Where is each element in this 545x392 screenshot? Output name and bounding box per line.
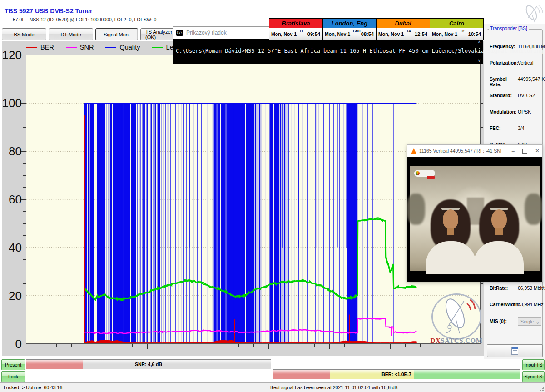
clock-city-header: Dubai — [377, 19, 430, 28]
clock-cairo: Cairo Mon, Nov 1 +2 10:54 — [430, 19, 483, 40]
bs-mode-button[interactable]: BS Mode — [2, 28, 46, 40]
y-tick-80: 80 — [1, 144, 22, 158]
app-window: TBS 5927 USB DVB-S2 Tuner 57.0E - NSS 12… — [0, 0, 545, 392]
status-bar: Locked -> Uptime: 60:43:16 Best signal h… — [0, 382, 545, 392]
signal-mon-button[interactable]: Signal Mon. — [95, 28, 138, 40]
clock-date: Mon, Nov 1 — [271, 31, 297, 37]
transponder-group-title: Transponder [BS] — [489, 25, 529, 31]
clock-date: Mon, Nov 1 — [325, 31, 350, 37]
vlc-window-controls: – ✕ — [512, 145, 540, 157]
y-tick-60: 60 — [1, 193, 22, 206]
clock-city-header: Cairo — [430, 19, 483, 28]
cmd-icon: C:\ — [176, 30, 183, 36]
clock-timezone: +4 — [406, 29, 411, 33]
cmd-text-line: C:\Users\Roman Dávid>NSS 12-57°E_East Af… — [176, 48, 545, 54]
input-ts-button[interactable]: Input TS — [522, 359, 545, 370]
page-title: TBS 5927 USB DVB-S2 Tuner — [5, 7, 92, 15]
lock-status-text: Locked -> Uptime: 60:43:16 — [4, 385, 62, 390]
snr-line-swatch — [66, 47, 77, 48]
video-person-right — [472, 199, 525, 271]
clock-time: 08:54 — [361, 31, 374, 37]
legend-item-ber: BER — [26, 44, 54, 51]
watermark-dish-icon — [430, 293, 483, 339]
snr-bar: SNR: 4,6 dB — [26, 359, 271, 369]
field-symbol-rate: Symbol Rate: 44995,547 KS/s — [490, 76, 542, 87]
report-button[interactable] — [487, 344, 543, 357]
channel-logo — [414, 170, 435, 177]
clock-date: Mon, Nov 1 — [378, 31, 404, 37]
video-frame — [410, 166, 540, 271]
field-carrier-width: CarrierWidth: 53,994 MHz — [490, 302, 542, 307]
dxsatcs-watermark: DXSATCS.COM — [430, 293, 483, 347]
vlc-titlebar[interactable]: 11165 Vertical 44995,547 / RF: -41 SNR: … — [407, 145, 542, 157]
dt-mode-button[interactable]: DT Mode — [49, 28, 93, 40]
field-modulation: Modulation: QPSK — [490, 109, 542, 114]
clock-date: Mon, Nov 1 — [432, 31, 457, 37]
legend-item-quality: Quality — [105, 44, 140, 51]
mode-button-row: BS Mode DT Mode Signal Mon. TS Analyzer … — [2, 28, 187, 40]
level-line-swatch — [152, 47, 163, 48]
best-signal-text: Best signal has been seen at 2021-11-01 … — [270, 385, 398, 390]
world-clock-panel: Bratislava Mon, Nov 1 +1 09:54 London, E… — [269, 18, 484, 40]
ber-line-swatch — [26, 47, 37, 48]
watermark-text: DXSATCS.COM — [430, 337, 483, 345]
sync-ts-button[interactable]: Sync TS — [522, 371, 545, 382]
x-axis-minor-ticks — [26, 344, 481, 347]
minimize-icon[interactable]: – — [512, 148, 515, 154]
tuner-subtitle: 57.0E - NSS 12 (ID: 0570) @ LOF1: 100000… — [13, 17, 156, 22]
present-button[interactable]: Present — [1, 359, 25, 370]
vlc-video-area[interactable] — [407, 157, 542, 282]
cmd-scrollbar[interactable]: ∧ ∨ — [476, 39, 482, 64]
lock-button[interactable]: Lock — [1, 371, 25, 382]
clock-bratislava: Bratislava Mon, Nov 1 +1 09:54 — [269, 19, 323, 40]
y-tick-100: 100 — [1, 96, 22, 110]
scroll-down-icon[interactable]: ∨ — [476, 58, 482, 63]
ber-bar: BER: <1.0E-7 — [273, 369, 520, 379]
clock-time: 09:54 — [307, 31, 320, 37]
video-person-left — [424, 199, 478, 271]
mis-dropdown[interactable]: Single ∨ — [518, 317, 541, 326]
close-icon[interactable]: ✕ — [535, 148, 540, 154]
vlc-window-title: 11165 Vertical 44995,547 / RF: -41 SNR: … — [419, 148, 501, 154]
field-mis: MIS (0): Single ∨ — [490, 317, 542, 326]
legend-item-snr: SNR — [66, 44, 94, 51]
resize-grip[interactable] — [540, 387, 544, 392]
field-standard: Standard: DVB-S2 — [490, 93, 542, 98]
field-polarization: Polarization: Vertical — [490, 60, 542, 65]
field-bitrate: BitRate: 66,953 Mbit/s — [490, 285, 542, 291]
y-tick-120: 120 — [1, 48, 22, 62]
y-tick-0: 0 — [1, 337, 22, 351]
chart-legend: BER SNR Quality Level — [26, 44, 182, 51]
clock-timezone: +2 — [460, 29, 464, 33]
clock-timezone: GMT — [353, 29, 361, 33]
y-tick-40: 40 — [1, 241, 22, 254]
clock-london: London, Eng Mon, Nov 1 GMT 08:54 — [323, 19, 377, 40]
clock-city-header: Bratislava — [269, 19, 322, 28]
clock-timezone: +1 — [299, 29, 303, 33]
report-list-icon — [511, 347, 518, 355]
clock-time: 10:54 — [468, 31, 481, 37]
field-fec: FEC: 3/4 — [490, 125, 542, 131]
cmd-title: Príkazový riadok — [186, 30, 227, 36]
cmd-body: C:\Users\Roman Dávid>NSS 12-57°E_East Af… — [173, 39, 483, 64]
clock-dubai: Dubai Mon, Nov 1 +4 12:54 — [377, 19, 430, 40]
vlc-cone-icon — [411, 148, 416, 154]
quality-line-swatch — [105, 47, 116, 48]
chevron-down-icon: ∨ — [536, 319, 539, 327]
clock-time: 12:54 — [415, 31, 427, 37]
y-tick-20: 20 — [1, 289, 22, 303]
clock-city-header: London, Eng — [323, 19, 376, 28]
maximize-icon[interactable] — [522, 149, 527, 154]
vlc-player-window: 11165 Vertical 44995,547 / RF: -41 SNR: … — [407, 144, 543, 282]
